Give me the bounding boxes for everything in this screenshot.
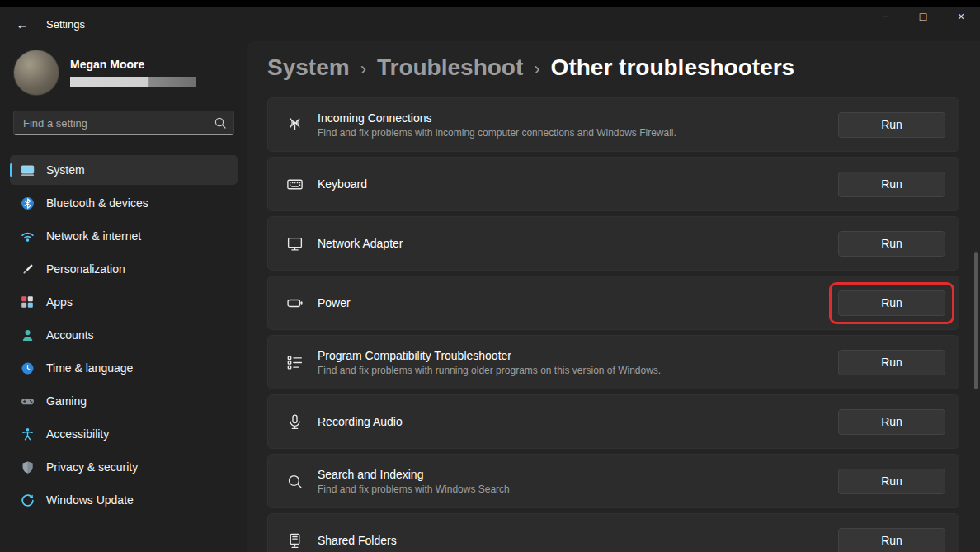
- update-arrows-icon: [20, 493, 35, 507]
- run-button[interactable]: Run: [838, 231, 945, 257]
- sidebar-item-label: Gaming: [46, 394, 87, 408]
- sidebar-item-bluetooth-devices[interactable]: Bluetooth & devices: [10, 188, 238, 218]
- system-icon: [20, 163, 35, 177]
- run-button[interactable]: Run: [838, 469, 945, 494]
- clock-icon: [20, 361, 35, 375]
- row-title: Network Adapter: [318, 237, 403, 250]
- breadcrumb-troubleshoot[interactable]: Troubleshoot: [377, 54, 523, 81]
- page-title: Other troubleshooters: [551, 54, 795, 81]
- row-program-compatibility: Program Compatibility Troubleshooter Fin…: [267, 335, 959, 389]
- sidebar-item-accounts[interactable]: Accounts: [10, 320, 238, 350]
- row-description: Find and fix problems with running older…: [318, 365, 661, 376]
- sidebar-item-system[interactable]: System: [10, 155, 238, 185]
- row-title: Incoming Connections: [318, 111, 676, 125]
- row-title: Shared Folders: [318, 534, 397, 547]
- chevron-right-icon: ›: [534, 56, 539, 80]
- sidebar-item-apps[interactable]: Apps: [10, 287, 238, 317]
- sidebar-item-label: Accessibility: [46, 427, 109, 441]
- search-box: [13, 111, 234, 135]
- settings-window: ← Settings − □ × Megan Moore: [0, 0, 980, 552]
- row-incoming-connections: Incoming Connections Find and fix proble…: [267, 97, 959, 152]
- sidebar-item-label: Privacy & security: [46, 460, 138, 474]
- row-recording-audio: Recording Audio Run: [267, 394, 959, 449]
- run-button[interactable]: Run: [838, 528, 945, 552]
- avatar: [13, 50, 59, 96]
- main-content: System › Troubleshoot › Other troublesho…: [247, 41, 980, 552]
- sidebar-item-label: Time & language: [46, 361, 133, 375]
- row-keyboard: Keyboard Run: [267, 157, 959, 211]
- row-title: Power: [318, 296, 351, 309]
- maximize-button[interactable]: □: [904, 5, 942, 28]
- back-arrow-icon: ←: [16, 17, 29, 31]
- app-title: Settings: [46, 18, 85, 31]
- account-placeholder-bar: [70, 77, 196, 87]
- back-button[interactable]: ←: [10, 12, 35, 36]
- sidebar-item-label: System: [46, 163, 85, 177]
- sidebar-item-privacy-security[interactable]: Privacy & security: [10, 452, 238, 482]
- sidebar-item-windows-update[interactable]: Windows Update: [10, 485, 238, 515]
- row-title: Recording Audio: [318, 415, 403, 428]
- top-black-strip: [0, 0, 980, 7]
- sidebar-item-accessibility[interactable]: Accessibility: [10, 419, 238, 449]
- minimize-button[interactable]: −: [866, 5, 904, 28]
- row-description: Find and fix problems with Windows Searc…: [318, 484, 510, 495]
- shield-icon: [20, 460, 35, 474]
- sidebar-item-time-language[interactable]: Time & language: [10, 353, 238, 383]
- search-input[interactable]: [13, 111, 234, 135]
- troubleshooter-list: Incoming Connections Find and fix proble…: [267, 97, 959, 552]
- checklist-icon: [285, 354, 304, 370]
- person-icon: [20, 328, 35, 342]
- microphone-icon: [285, 413, 304, 430]
- sidebar-item-label: Bluetooth & devices: [46, 196, 148, 210]
- sidebar-nav: System Bluetooth & devices: [10, 155, 238, 515]
- row-network-adapter: Network Adapter Run: [267, 216, 959, 271]
- wifi-icon: [20, 229, 35, 243]
- keyboard-icon: [285, 176, 304, 192]
- maximize-icon: □: [920, 10, 926, 23]
- accessibility-person-icon: [20, 427, 35, 441]
- row-title: Program Compatibility Troubleshooter: [318, 349, 661, 362]
- apps-grid-icon: [20, 295, 35, 309]
- row-title: Search and Indexing: [318, 468, 510, 481]
- battery-icon: [285, 295, 304, 311]
- selection-pill: [10, 163, 12, 177]
- sidebar-item-network-internet[interactable]: Network & internet: [10, 221, 238, 251]
- window-controls: − □ ×: [866, 5, 980, 28]
- user-account-row: Megan Moore: [13, 50, 234, 96]
- run-button[interactable]: Run: [838, 172, 945, 197]
- breadcrumb-system[interactable]: System: [267, 54, 350, 81]
- monitor-icon: [285, 235, 304, 252]
- magnifier-icon: [285, 473, 304, 489]
- close-icon: ×: [958, 10, 964, 23]
- highlight-box: Run: [829, 282, 954, 324]
- chevron-right-icon: ›: [360, 56, 366, 80]
- sidebar-item-label: Windows Update: [46, 493, 134, 507]
- row-shared-folders: Shared Folders Run: [267, 513, 959, 552]
- sidebar-item-label: Accounts: [46, 328, 94, 342]
- sidebar-item-label: Apps: [46, 295, 73, 309]
- gamepad-icon: [20, 394, 35, 408]
- close-button[interactable]: ×: [942, 5, 980, 28]
- brush-icon: [20, 262, 35, 276]
- row-search-indexing: Search and Indexing Find and fix problem…: [267, 454, 959, 508]
- minimize-icon: −: [882, 10, 888, 23]
- titlebar: ← Settings: [0, 7, 980, 41]
- sidebar-item-gaming[interactable]: Gaming: [10, 386, 238, 416]
- row-power: Power Run: [267, 276, 959, 330]
- breadcrumb: System › Troubleshoot › Other troublesho…: [267, 54, 959, 81]
- sidebar-item-personalization[interactable]: Personalization: [10, 254, 238, 284]
- bluetooth-icon: [20, 196, 35, 210]
- row-title: Keyboard: [318, 177, 367, 191]
- run-button[interactable]: Run: [838, 112, 945, 138]
- sidebar: Megan Moore: [0, 41, 247, 552]
- run-button[interactable]: Run: [838, 409, 945, 435]
- sidebar-item-label: Personalization: [46, 262, 125, 276]
- shared-folders-icon: [285, 532, 304, 549]
- row-description: Find and fix problems with incoming comp…: [318, 127, 676, 139]
- scrollbar-thumb[interactable]: [974, 252, 978, 389]
- user-name: Megan Moore: [70, 58, 196, 71]
- antenna-icon: [285, 116, 304, 133]
- run-button[interactable]: Run: [838, 290, 945, 316]
- search-icon: [214, 116, 227, 130]
- run-button[interactable]: Run: [838, 350, 945, 375]
